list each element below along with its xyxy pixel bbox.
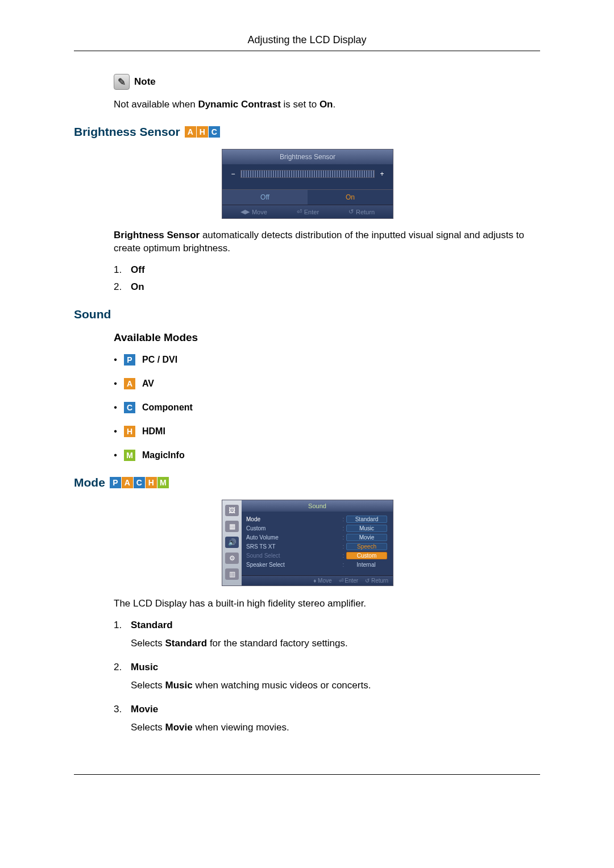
tag-h-icon: H <box>124 426 135 437</box>
bs-option-label: On <box>131 281 144 292</box>
brightness-sensor-heading-text: Brightness Sensor <box>74 125 180 139</box>
tag-m-icon: M <box>124 450 135 461</box>
brightness-sensor-desc: Brightness Sensor automatically detects … <box>114 229 540 255</box>
note-label: Note <box>134 76 156 88</box>
bullet-icon: • <box>114 402 117 413</box>
available-mode-row: • A AV <box>114 378 540 389</box>
osd-sidebar-icon: 🖼 <box>225 505 239 516</box>
osd-return-hint: ↺ Return <box>349 208 375 215</box>
bs-option-num: 1. <box>114 264 131 276</box>
tag-m-icon: M <box>157 477 169 488</box>
osd-sidebar-icon: ▥ <box>225 568 239 580</box>
brightness-osd: Brightness Sensor − + Off On ◀▶ Move ⏎ E… <box>222 149 393 219</box>
osd-sidebar-sound-icon: 🔊 <box>225 537 239 548</box>
available-mode-label: PC / DVI <box>142 355 177 365</box>
mode-intro: The LCD Display has a built-in high fide… <box>114 597 540 610</box>
osd-row-label: Sound Select <box>246 553 280 559</box>
osd-row-label: Mode <box>246 516 260 522</box>
available-mode-label: MagicInfo <box>142 450 185 460</box>
osd-row-label: Speaker Select <box>246 562 285 568</box>
osd-row-value: Internal <box>346 562 386 568</box>
osd-row-value: Standard <box>346 516 387 523</box>
tag-p-icon: P <box>124 354 135 366</box>
bs-option-label: Off <box>131 264 145 275</box>
osd-plus-icon: + <box>378 170 386 178</box>
page-title: Adjusting the LCD Display <box>74 34 540 46</box>
available-mode-label: HDMI <box>142 426 165 437</box>
osd-sidebar-icon: ⚙ <box>225 553 239 564</box>
mode-item-desc: Selects Standard for the standard factor… <box>131 638 348 649</box>
tag-c-icon: C <box>209 126 220 138</box>
mode-item-num: 1. <box>114 620 131 631</box>
osd-enter-hint: ⏎ Enter <box>297 208 319 215</box>
osd-off-button: Off <box>222 189 308 205</box>
note-icon: ✎ <box>114 74 130 90</box>
mode-item-row: 2. Music Selects Music when watching mus… <box>114 662 540 698</box>
osd-colon: : <box>341 562 346 568</box>
osd-colon: : <box>341 534 346 541</box>
osd-row-value: Speech <box>346 543 387 550</box>
note-text-post: . <box>333 99 336 110</box>
note-text: Not available when Dynamic Contrast is s… <box>114 99 540 110</box>
footer-rule <box>74 774 540 775</box>
tag-h-icon: H <box>197 126 208 138</box>
mode-item-desc: Selects Music when watching music videos… <box>131 680 371 691</box>
tag-h-icon: H <box>146 477 157 488</box>
mode-item-row: 1. Standard Selects Standard for the sta… <box>114 620 540 656</box>
sound-heading-text: Sound <box>74 308 111 321</box>
available-mode-row: • H HDMI <box>114 426 540 437</box>
bs-option-row: 1. Off <box>114 264 540 276</box>
bullet-icon: • <box>114 426 117 437</box>
sound-heading: Sound <box>74 308 540 321</box>
mode-item-num: 2. <box>114 662 131 673</box>
osd-sidebar-icon: ▦ <box>225 521 239 532</box>
mode-item-title: Movie <box>131 704 158 715</box>
osd-row-label: Auto Volume <box>246 534 279 541</box>
mode-item-desc: Selects Movie when viewing movies. <box>131 722 289 733</box>
osd-return-hint: ↺ Return <box>365 578 388 584</box>
osd-row-value: Music <box>346 525 387 532</box>
osd-colon: : <box>341 543 346 550</box>
mode-heading: Mode P A C H M <box>74 476 540 489</box>
available-modes-heading: Available Modes <box>114 331 540 344</box>
mode-heading-text: Mode <box>74 476 105 489</box>
osd-row-value: Movie <box>346 534 387 541</box>
tag-p-icon: P <box>110 477 121 488</box>
tag-a-icon: A <box>124 378 135 389</box>
note-text-bold1: Dynamic Contrast <box>198 99 280 110</box>
bullet-icon: • <box>114 379 117 389</box>
osd-colon: : <box>341 553 346 559</box>
mode-item-row: 3. Movie Selects Movie when viewing movi… <box>114 704 540 740</box>
brightness-sensor-desc-bold: Brightness Sensor <box>114 230 200 240</box>
bullet-icon: • <box>114 450 117 460</box>
osd-move-hint: ♦ Move <box>313 578 331 584</box>
note-text-bold2: On <box>320 99 333 110</box>
bs-option-num: 2. <box>114 281 131 293</box>
note-text-mid: is set to <box>281 99 320 110</box>
available-mode-label: Component <box>142 402 193 413</box>
available-mode-row: • P PC / DVI <box>114 354 540 366</box>
sound-osd: 🖼 ▦ 🔊 ⚙ ▥ Sound Mode Custom Auto Volume … <box>222 500 393 586</box>
tag-a-icon: A <box>185 126 196 138</box>
available-mode-label: AV <box>142 379 154 389</box>
available-mode-row: • M MagicInfo <box>114 450 540 461</box>
osd-row-value: Custom <box>346 552 387 559</box>
bullet-icon: • <box>114 355 117 365</box>
osd-colon: : <box>341 516 346 522</box>
osd-bs-title: Brightness Sensor <box>222 149 393 164</box>
tag-c-icon: C <box>124 402 135 413</box>
osd-on-button: On <box>308 189 393 205</box>
bs-option-row: 2. On <box>114 281 540 293</box>
osd-minus-icon: − <box>229 170 237 178</box>
mode-item-title: Standard <box>131 620 173 630</box>
osd-colon: : <box>341 525 346 531</box>
osd-move-hint: ◀▶ Move <box>240 208 267 215</box>
header-rule <box>74 51 540 51</box>
available-mode-row: • C Component <box>114 402 540 413</box>
tag-c-icon: C <box>134 477 145 488</box>
osd-sound-title: Sound <box>242 500 393 512</box>
tag-a-icon: A <box>122 477 133 488</box>
osd-enter-hint: ⏎ Enter <box>339 578 359 584</box>
brightness-sensor-heading: Brightness Sensor A H C <box>74 125 540 139</box>
mode-item-title: Music <box>131 662 158 672</box>
